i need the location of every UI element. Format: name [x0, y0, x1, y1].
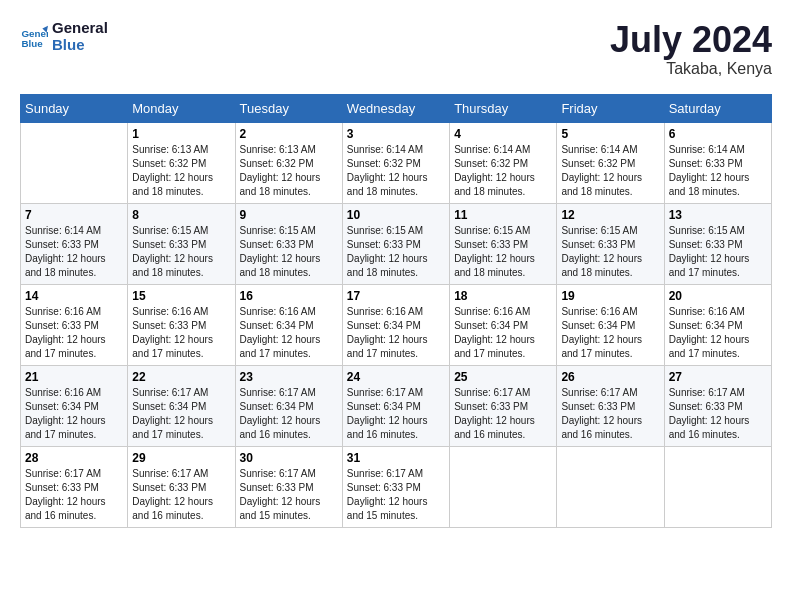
day-info: Sunrise: 6:15 AMSunset: 6:33 PMDaylight:… [240, 224, 338, 280]
day-info: Sunrise: 6:16 AMSunset: 6:34 PMDaylight:… [561, 305, 659, 361]
calendar-cell: 21Sunrise: 6:16 AMSunset: 6:34 PMDayligh… [21, 365, 128, 446]
calendar-cell: 7Sunrise: 6:14 AMSunset: 6:33 PMDaylight… [21, 203, 128, 284]
day-number: 21 [25, 370, 123, 384]
page-header: General Blue General Blue July 2024 Taka… [20, 20, 772, 78]
logo-icon: General Blue [20, 23, 48, 51]
calendar-cell: 11Sunrise: 6:15 AMSunset: 6:33 PMDayligh… [450, 203, 557, 284]
day-number: 8 [132, 208, 230, 222]
day-info: Sunrise: 6:17 AMSunset: 6:33 PMDaylight:… [240, 467, 338, 523]
day-number: 4 [454, 127, 552, 141]
day-of-week-header: Saturday [664, 94, 771, 122]
day-info: Sunrise: 6:17 AMSunset: 6:33 PMDaylight:… [454, 386, 552, 442]
calendar-cell: 14Sunrise: 6:16 AMSunset: 6:33 PMDayligh… [21, 284, 128, 365]
logo-line1: General [52, 20, 108, 37]
day-number: 24 [347, 370, 445, 384]
day-of-week-header: Friday [557, 94, 664, 122]
calendar-cell: 9Sunrise: 6:15 AMSunset: 6:33 PMDaylight… [235, 203, 342, 284]
day-number: 7 [25, 208, 123, 222]
calendar-cell [450, 446, 557, 527]
calendar-cell: 18Sunrise: 6:16 AMSunset: 6:34 PMDayligh… [450, 284, 557, 365]
calendar-cell: 17Sunrise: 6:16 AMSunset: 6:34 PMDayligh… [342, 284, 449, 365]
day-number: 10 [347, 208, 445, 222]
calendar-cell: 2Sunrise: 6:13 AMSunset: 6:32 PMDaylight… [235, 122, 342, 203]
day-number: 14 [25, 289, 123, 303]
day-info: Sunrise: 6:17 AMSunset: 6:34 PMDaylight:… [347, 386, 445, 442]
day-number: 13 [669, 208, 767, 222]
calendar-cell: 24Sunrise: 6:17 AMSunset: 6:34 PMDayligh… [342, 365, 449, 446]
day-info: Sunrise: 6:16 AMSunset: 6:34 PMDaylight:… [240, 305, 338, 361]
calendar-cell: 22Sunrise: 6:17 AMSunset: 6:34 PMDayligh… [128, 365, 235, 446]
calendar-cell [21, 122, 128, 203]
day-info: Sunrise: 6:14 AMSunset: 6:32 PMDaylight:… [454, 143, 552, 199]
day-info: Sunrise: 6:17 AMSunset: 6:33 PMDaylight:… [561, 386, 659, 442]
day-info: Sunrise: 6:15 AMSunset: 6:33 PMDaylight:… [454, 224, 552, 280]
calendar-cell: 27Sunrise: 6:17 AMSunset: 6:33 PMDayligh… [664, 365, 771, 446]
day-number: 18 [454, 289, 552, 303]
calendar-cell: 13Sunrise: 6:15 AMSunset: 6:33 PMDayligh… [664, 203, 771, 284]
days-of-week-row: SundayMondayTuesdayWednesdayThursdayFrid… [21, 94, 772, 122]
day-number: 20 [669, 289, 767, 303]
day-info: Sunrise: 6:16 AMSunset: 6:34 PMDaylight:… [347, 305, 445, 361]
calendar-cell: 6Sunrise: 6:14 AMSunset: 6:33 PMDaylight… [664, 122, 771, 203]
day-of-week-header: Monday [128, 94, 235, 122]
day-number: 1 [132, 127, 230, 141]
calendar-cell: 4Sunrise: 6:14 AMSunset: 6:32 PMDaylight… [450, 122, 557, 203]
day-info: Sunrise: 6:17 AMSunset: 6:33 PMDaylight:… [347, 467, 445, 523]
day-info: Sunrise: 6:13 AMSunset: 6:32 PMDaylight:… [240, 143, 338, 199]
day-number: 30 [240, 451, 338, 465]
title-block: July 2024 Takaba, Kenya [610, 20, 772, 78]
calendar-cell: 16Sunrise: 6:16 AMSunset: 6:34 PMDayligh… [235, 284, 342, 365]
day-number: 9 [240, 208, 338, 222]
svg-text:Blue: Blue [21, 37, 43, 48]
day-info: Sunrise: 6:16 AMSunset: 6:33 PMDaylight:… [132, 305, 230, 361]
day-number: 26 [561, 370, 659, 384]
calendar-cell: 8Sunrise: 6:15 AMSunset: 6:33 PMDaylight… [128, 203, 235, 284]
day-number: 16 [240, 289, 338, 303]
day-info: Sunrise: 6:17 AMSunset: 6:34 PMDaylight:… [240, 386, 338, 442]
calendar-cell: 3Sunrise: 6:14 AMSunset: 6:32 PMDaylight… [342, 122, 449, 203]
calendar-cell: 31Sunrise: 6:17 AMSunset: 6:33 PMDayligh… [342, 446, 449, 527]
calendar-week-row: 21Sunrise: 6:16 AMSunset: 6:34 PMDayligh… [21, 365, 772, 446]
calendar-cell: 28Sunrise: 6:17 AMSunset: 6:33 PMDayligh… [21, 446, 128, 527]
calendar-week-row: 28Sunrise: 6:17 AMSunset: 6:33 PMDayligh… [21, 446, 772, 527]
day-number: 3 [347, 127, 445, 141]
day-info: Sunrise: 6:16 AMSunset: 6:34 PMDaylight:… [25, 386, 123, 442]
day-number: 6 [669, 127, 767, 141]
day-info: Sunrise: 6:14 AMSunset: 6:33 PMDaylight:… [669, 143, 767, 199]
day-number: 5 [561, 127, 659, 141]
calendar-cell: 19Sunrise: 6:16 AMSunset: 6:34 PMDayligh… [557, 284, 664, 365]
calendar-cell: 25Sunrise: 6:17 AMSunset: 6:33 PMDayligh… [450, 365, 557, 446]
day-number: 15 [132, 289, 230, 303]
calendar-table: SundayMondayTuesdayWednesdayThursdayFrid… [20, 94, 772, 528]
calendar-cell: 10Sunrise: 6:15 AMSunset: 6:33 PMDayligh… [342, 203, 449, 284]
day-of-week-header: Wednesday [342, 94, 449, 122]
day-info: Sunrise: 6:15 AMSunset: 6:33 PMDaylight:… [669, 224, 767, 280]
day-info: Sunrise: 6:17 AMSunset: 6:33 PMDaylight:… [25, 467, 123, 523]
day-info: Sunrise: 6:14 AMSunset: 6:32 PMDaylight:… [347, 143, 445, 199]
day-number: 27 [669, 370, 767, 384]
day-number: 17 [347, 289, 445, 303]
day-info: Sunrise: 6:17 AMSunset: 6:33 PMDaylight:… [669, 386, 767, 442]
calendar-cell: 26Sunrise: 6:17 AMSunset: 6:33 PMDayligh… [557, 365, 664, 446]
day-number: 25 [454, 370, 552, 384]
day-info: Sunrise: 6:16 AMSunset: 6:33 PMDaylight:… [25, 305, 123, 361]
calendar-cell: 20Sunrise: 6:16 AMSunset: 6:34 PMDayligh… [664, 284, 771, 365]
day-info: Sunrise: 6:15 AMSunset: 6:33 PMDaylight:… [347, 224, 445, 280]
month-year-title: July 2024 [610, 20, 772, 60]
day-of-week-header: Sunday [21, 94, 128, 122]
calendar-week-row: 7Sunrise: 6:14 AMSunset: 6:33 PMDaylight… [21, 203, 772, 284]
day-info: Sunrise: 6:13 AMSunset: 6:32 PMDaylight:… [132, 143, 230, 199]
calendar-week-row: 14Sunrise: 6:16 AMSunset: 6:33 PMDayligh… [21, 284, 772, 365]
calendar-cell: 1Sunrise: 6:13 AMSunset: 6:32 PMDaylight… [128, 122, 235, 203]
calendar-cell: 5Sunrise: 6:14 AMSunset: 6:32 PMDaylight… [557, 122, 664, 203]
day-number: 11 [454, 208, 552, 222]
location-label: Takaba, Kenya [610, 60, 772, 78]
day-info: Sunrise: 6:17 AMSunset: 6:34 PMDaylight:… [132, 386, 230, 442]
logo-line2: Blue [52, 37, 108, 54]
calendar-week-row: 1Sunrise: 6:13 AMSunset: 6:32 PMDaylight… [21, 122, 772, 203]
day-number: 22 [132, 370, 230, 384]
calendar-cell: 15Sunrise: 6:16 AMSunset: 6:33 PMDayligh… [128, 284, 235, 365]
calendar-cell [557, 446, 664, 527]
calendar-cell [664, 446, 771, 527]
day-info: Sunrise: 6:17 AMSunset: 6:33 PMDaylight:… [132, 467, 230, 523]
